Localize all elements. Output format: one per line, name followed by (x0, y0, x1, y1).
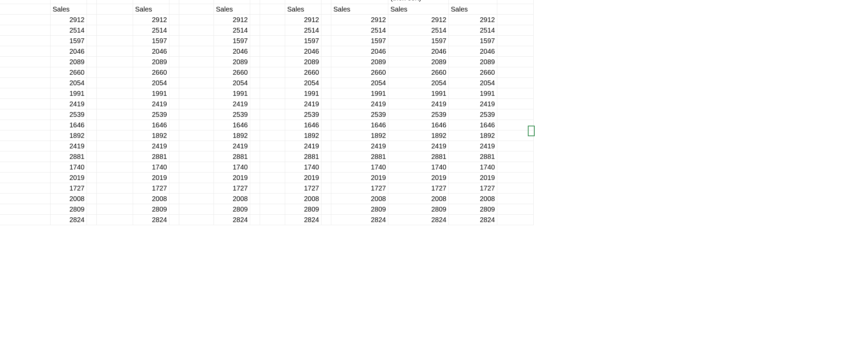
data-cell[interactable]: 1646 (51, 120, 87, 130)
cell-blank[interactable] (87, 162, 97, 173)
data-cell[interactable]: 2881 (51, 151, 87, 162)
data-cell[interactable]: 1727 (133, 183, 169, 194)
cell-blank[interactable] (250, 57, 260, 67)
cell-blank[interactable] (321, 141, 331, 151)
cell-top[interactable] (497, 0, 534, 4)
cell-blank[interactable] (0, 120, 51, 130)
cell-blank[interactable] (169, 4, 179, 15)
cell-blank[interactable] (169, 162, 179, 173)
cell-blank[interactable] (179, 162, 214, 173)
data-cell[interactable]: 1597 (285, 36, 321, 46)
cell-blank[interactable] (250, 78, 260, 88)
data-cell[interactable]: 2419 (449, 99, 497, 109)
cell-blank[interactable] (97, 120, 133, 130)
cell-top[interactable] (250, 0, 260, 4)
data-cell[interactable]: 1991 (388, 88, 449, 99)
data-cell[interactable]: 2809 (285, 204, 321, 215)
data-cell[interactable]: 2881 (133, 151, 169, 162)
cell-blank[interactable] (497, 141, 534, 151)
cell-blank[interactable] (497, 109, 534, 120)
data-cell[interactable]: 1892 (214, 130, 250, 141)
cell-blank[interactable] (321, 15, 331, 25)
cell-blank[interactable] (250, 120, 260, 130)
data-cell[interactable]: 2809 (51, 204, 87, 215)
data-cell[interactable]: 2046 (285, 46, 321, 57)
cell-blank[interactable] (179, 183, 214, 194)
cell-blank[interactable] (87, 57, 97, 67)
cell-blank[interactable] (321, 36, 331, 46)
data-cell[interactable]: 1727 (214, 183, 250, 194)
data-cell[interactable]: 1892 (388, 130, 449, 141)
cell-blank[interactable] (260, 57, 285, 67)
cell-blank[interactable] (0, 141, 51, 151)
cell-blank[interactable] (250, 130, 260, 141)
cell-top[interactable] (260, 0, 285, 4)
cell-blank[interactable] (321, 46, 331, 57)
cell-blank[interactable] (179, 173, 214, 183)
cell-blank[interactable] (179, 130, 214, 141)
cell-blank[interactable] (497, 183, 534, 194)
cell-blank[interactable] (260, 194, 285, 204)
cell-blank[interactable] (260, 204, 285, 215)
data-cell[interactable]: 2008 (51, 194, 87, 204)
data-cell[interactable]: 1727 (388, 183, 449, 194)
data-cell[interactable]: 1727 (331, 183, 388, 194)
data-cell[interactable]: 2809 (331, 204, 388, 215)
data-cell[interactable]: 2419 (133, 99, 169, 109)
cell-blank[interactable] (260, 162, 285, 173)
spreadsheet-grid[interactable]: Sales29122514159720462089266020541991241… (0, 0, 868, 343)
cell-blank[interactable] (260, 36, 285, 46)
cell-blank[interactable] (497, 99, 534, 109)
data-cell[interactable]: 2419 (388, 141, 449, 151)
cell-blank[interactable] (87, 88, 97, 99)
cell-blank[interactable] (87, 215, 97, 225)
data-cell[interactable]: 2046 (133, 46, 169, 57)
cell-blank[interactable] (497, 88, 534, 99)
cell-blank[interactable] (497, 57, 534, 67)
data-cell[interactable]: 2539 (285, 109, 321, 120)
data-cell[interactable]: 1740 (388, 162, 449, 173)
cell-blank[interactable] (260, 88, 285, 99)
cell-blank[interactable] (87, 194, 97, 204)
data-cell[interactable]: 2054 (331, 78, 388, 88)
cell-blank[interactable] (97, 15, 133, 25)
data-cell[interactable]: 2539 (51, 109, 87, 120)
data-cell[interactable]: 1892 (331, 130, 388, 141)
cell-blank[interactable] (250, 204, 260, 215)
cell-blank[interactable] (179, 120, 214, 130)
cell-blank[interactable] (87, 130, 97, 141)
cell-blank[interactable] (250, 183, 260, 194)
cell-top[interactable] (179, 0, 214, 4)
data-cell[interactable]: 2089 (133, 57, 169, 67)
cell-blank[interactable] (260, 25, 285, 36)
cell-blank[interactable] (250, 88, 260, 99)
cell-blank[interactable] (321, 67, 331, 78)
cell-blank[interactable] (169, 130, 179, 141)
cell-blank[interactable] (97, 88, 133, 99)
cell-blank[interactable] (321, 57, 331, 67)
data-cell[interactable]: 1892 (133, 130, 169, 141)
cell-blank[interactable] (87, 173, 97, 183)
data-cell[interactable]: 2824 (388, 215, 449, 225)
data-cell[interactable]: 1991 (51, 88, 87, 99)
cell-blank[interactable] (97, 204, 133, 215)
data-cell[interactable]: 2046 (388, 46, 449, 57)
cell-blank[interactable] (87, 151, 97, 162)
data-cell[interactable]: 2912 (214, 15, 250, 25)
cell-blank[interactable] (497, 162, 534, 173)
cell-blank[interactable] (169, 173, 179, 183)
data-cell[interactable]: 2054 (51, 78, 87, 88)
data-cell[interactable]: 2881 (331, 151, 388, 162)
data-cell[interactable]: 2019 (449, 173, 497, 183)
cell-blank[interactable] (0, 215, 51, 225)
cell-blank[interactable] (321, 194, 331, 204)
cell-blank[interactable] (497, 25, 534, 36)
column-header[interactable]: Sales (331, 4, 388, 15)
data-cell[interactable]: 2660 (133, 67, 169, 78)
cell-blank[interactable] (97, 173, 133, 183)
data-cell[interactable]: 2514 (51, 25, 87, 36)
data-cell[interactable]: 2660 (388, 67, 449, 78)
cell-blank[interactable] (97, 67, 133, 78)
cell-blank[interactable] (87, 78, 97, 88)
data-cell[interactable]: 1740 (51, 162, 87, 173)
